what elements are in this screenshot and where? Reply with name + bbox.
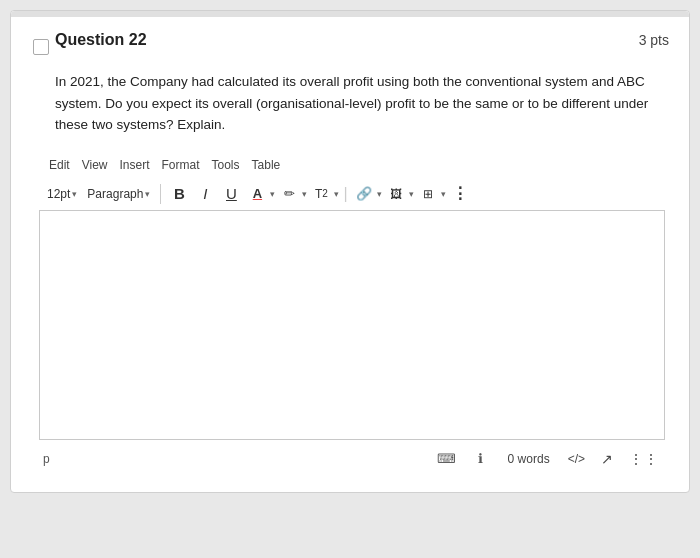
font-size-value: 12pt [47, 187, 70, 201]
image-button[interactable]: 🖼 [384, 182, 408, 206]
question-number: Question 22 [55, 31, 147, 49]
editor-footer: p ⌨ ℹ 0 words </> ↗ ⋮⋮ [35, 440, 669, 478]
menu-format[interactable]: Format [156, 156, 206, 174]
paragraph-style-value: Paragraph [87, 187, 143, 201]
menu-tools[interactable]: Tools [206, 156, 246, 174]
formula-group[interactable]: ⊞ ▾ [416, 182, 446, 206]
question-text: In 2021, the Company had calculated its … [31, 61, 669, 152]
info-button[interactable]: ℹ [468, 446, 494, 472]
paragraph-indicator: p [43, 452, 50, 466]
font-color-button[interactable]: A [245, 182, 269, 206]
menu-table[interactable]: Table [246, 156, 287, 174]
highlight-group[interactable]: ✏ ▾ [277, 182, 307, 206]
menu-insert[interactable]: Insert [113, 156, 155, 174]
image-group[interactable]: 🖼 ▾ [384, 182, 414, 206]
link-button[interactable]: 🔗 [352, 182, 376, 206]
font-size-chevron-icon: ▾ [72, 189, 77, 199]
keyboard-shortcut-button[interactable]: ⌨ [434, 446, 460, 472]
paragraph-style-selector[interactable]: Paragraph ▾ [83, 185, 154, 203]
link-group[interactable]: 🔗 ▾ [352, 182, 382, 206]
superscript-button[interactable]: T2 [309, 182, 333, 206]
expand-button[interactable]: ↗ [597, 449, 617, 469]
underline-button[interactable]: U [219, 182, 243, 206]
code-view-button[interactable]: </> [564, 450, 589, 468]
toolbar-pipe-1: | [341, 185, 349, 203]
footer-actions: ⌨ ℹ 0 words </> ↗ ⋮⋮ [434, 446, 663, 472]
highlight-chevron-icon: ▾ [302, 189, 307, 199]
more-options-button[interactable]: ⋮ [448, 182, 472, 206]
bold-button[interactable]: B [167, 182, 191, 206]
question-points: 3 pts [639, 32, 669, 48]
footer-more-button[interactable]: ⋮⋮ [625, 449, 663, 469]
menu-edit[interactable]: Edit [43, 156, 76, 174]
font-size-selector[interactable]: 12pt ▾ [43, 185, 81, 203]
word-count-label: 0 words [502, 450, 556, 468]
editor-toolbar: 12pt ▾ Paragraph ▾ B I U [35, 178, 669, 210]
paragraph-chevron-icon: ▾ [145, 189, 150, 199]
link-chevron-icon: ▾ [377, 189, 382, 199]
editor-wrapper: Edit View Insert Format Tools Table 12pt… [35, 152, 669, 478]
superscript-chevron-icon: ▾ [334, 189, 339, 199]
editor-content-area[interactable] [39, 210, 665, 440]
formula-button[interactable]: ⊞ [416, 182, 440, 206]
editor-menubar: Edit View Insert Format Tools Table [35, 152, 669, 178]
question-checkbox[interactable] [33, 39, 49, 55]
image-chevron-icon: ▾ [409, 189, 414, 199]
font-color-group[interactable]: A ▾ [245, 182, 275, 206]
toolbar-divider-1 [160, 184, 161, 204]
question-body: In 2021, the Company had calculated its … [11, 61, 689, 492]
italic-button[interactable]: I [193, 182, 217, 206]
superscript-group[interactable]: T2 ▾ [309, 182, 339, 206]
question-card: Question 22 3 pts In 2021, the Company h… [10, 10, 690, 493]
menu-view[interactable]: View [76, 156, 114, 174]
highlight-button[interactable]: ✏ [277, 182, 301, 206]
question-header: Question 22 3 pts [11, 17, 689, 61]
font-color-chevron-icon: ▾ [270, 189, 275, 199]
formula-chevron-icon: ▾ [441, 189, 446, 199]
